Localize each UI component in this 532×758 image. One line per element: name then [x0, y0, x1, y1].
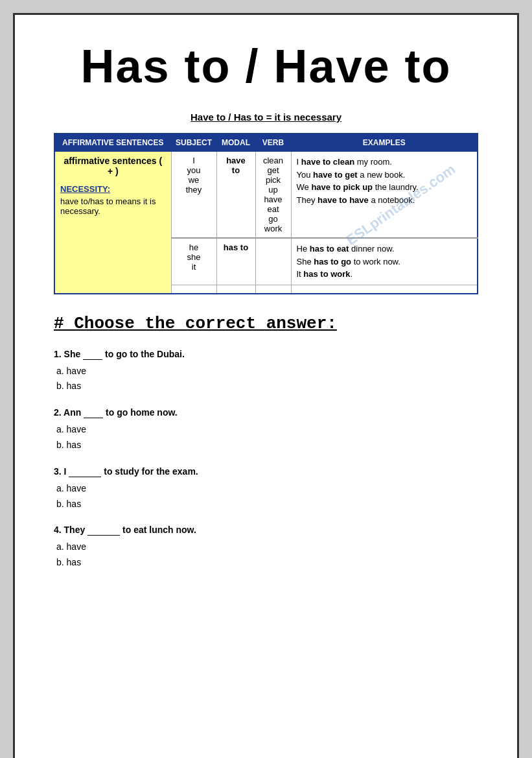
question-3-text: 3. I to study for the exam. [54, 466, 478, 477]
col-header-subject: SUBJECT [171, 134, 216, 152]
option-2a: a. have [56, 422, 478, 438]
col-header-examples: EXAMPLES [291, 134, 478, 152]
verb-cell-3 [255, 285, 291, 294]
exercise-title: # Choose the correct answer: [54, 314, 478, 333]
col-header-modal: MODAL [216, 134, 255, 152]
grammar-table: AFFIRMATIVE SENTENCES SUBJECT MODAL VERB… [54, 133, 478, 294]
option-2b: b. has [56, 438, 478, 453]
necessity-label: NECESSITY: [60, 184, 166, 194]
option-4b: b. has [56, 555, 478, 571]
question-4: 4. They to eat lunch now. a. have b. has [54, 525, 478, 571]
subject-cell-1: Iyouwethey [171, 152, 216, 239]
question-4-text: 4. They to eat lunch now. [54, 525, 478, 536]
col-header-affirmative: AFFIRMATIVE SENTENCES [54, 134, 171, 152]
option-3a: a. have [56, 481, 478, 497]
examples-cell-3 [291, 285, 478, 294]
aff-title: affirmative sentences ( + ) [60, 156, 166, 176]
option-3b: b. has [56, 497, 478, 512]
blank-4[interactable] [87, 525, 120, 536]
blank-1[interactable] [83, 349, 102, 360]
page-title: Has to / Have to [54, 41, 478, 92]
option-1a: a. have [56, 364, 478, 379]
subtitle: Have to / Has to = it is necessary [54, 112, 478, 123]
examples-cell-1: I have to clean my room. You have to get… [291, 152, 478, 239]
question-1: 1. She to go to the Dubai. a. have b. ha… [54, 349, 478, 395]
modal-cell-2: has to [216, 238, 255, 285]
verb-cell-2 [255, 238, 291, 285]
blank-3[interactable] [69, 466, 101, 477]
modal-cell-3 [216, 285, 255, 294]
blank-2[interactable] [84, 407, 103, 418]
table-row-1: affirmative sentences ( + ) NECESSITY: h… [54, 152, 478, 239]
worksheet-page: ESLprintables.com Has to / Have to Have … [13, 13, 519, 758]
left-description-cell: affirmative sentences ( + ) NECESSITY: h… [54, 152, 171, 294]
subject-cell-2: hesheit [171, 238, 216, 285]
subject-cell-3 [171, 285, 216, 294]
question-2: 2. Ann to go home now. a. have b. has [54, 407, 478, 453]
question-2-text: 2. Ann to go home now. [54, 407, 478, 418]
question-3: 3. I to study for the exam. a. have b. h… [54, 466, 478, 512]
verb-cell-1: cleangetpick uphaveeatgowork [255, 152, 291, 239]
modal-cell-1: have to [216, 152, 255, 239]
question-1-text: 1. She to go to the Dubai. [54, 349, 478, 360]
examples-cell-2: He has to eat dinner now. She has to go … [291, 238, 478, 285]
exercise-section: # Choose the correct answer: 1. She to g… [54, 314, 478, 571]
option-1b: b. has [56, 379, 478, 394]
necessity-text: have to/has to means it is necessary. [60, 196, 166, 216]
col-header-verb: VERB [255, 134, 291, 152]
option-4a: a. have [56, 539, 478, 555]
